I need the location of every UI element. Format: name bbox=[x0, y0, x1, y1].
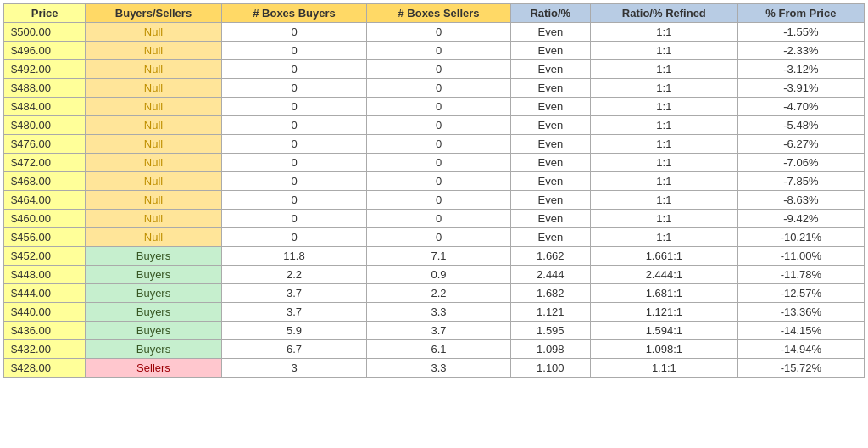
cell-ratio: Even bbox=[510, 116, 590, 135]
cell-ratio-refined: 1.098:1 bbox=[590, 340, 737, 359]
cell-buyers-sellers: Null bbox=[86, 154, 221, 172]
table-row: $432.00Buyers6.76.11.0981.098:1-14.94% bbox=[4, 340, 865, 359]
table-row: $448.00Buyers2.20.92.4442.444:1-11.78% bbox=[4, 266, 865, 284]
cell-from-price: -14.15% bbox=[737, 322, 864, 340]
cell-ratio: Even bbox=[510, 154, 590, 172]
cell-buyers-sellers: Buyers bbox=[86, 284, 221, 303]
cell-ratio-refined: 1:1 bbox=[590, 79, 737, 98]
header-ratio: Ratio/% bbox=[510, 4, 590, 23]
cell-ratio-refined: 1:1 bbox=[590, 60, 737, 79]
cell-from-price: -11.00% bbox=[737, 247, 864, 266]
cell-boxes-sellers: 0 bbox=[367, 135, 510, 154]
cell-price: $480.00 bbox=[4, 116, 86, 135]
cell-boxes-buyers: 2.2 bbox=[221, 266, 367, 284]
table-row: $480.00Null00Even1:1-5.48% bbox=[4, 116, 865, 135]
cell-boxes-buyers: 0 bbox=[221, 42, 367, 60]
cell-ratio: Even bbox=[510, 191, 590, 210]
cell-buyers-sellers: Null bbox=[86, 60, 221, 79]
cell-ratio-refined: 1:1 bbox=[590, 135, 737, 154]
cell-ratio-refined: 1.681:1 bbox=[590, 284, 737, 303]
cell-boxes-sellers: 0 bbox=[367, 23, 510, 42]
cell-buyers-sellers: Buyers bbox=[86, 340, 221, 359]
cell-from-price: -13.36% bbox=[737, 303, 864, 322]
cell-buyers-sellers: Null bbox=[86, 210, 221, 228]
cell-boxes-buyers: 6.7 bbox=[221, 340, 367, 359]
cell-boxes-buyers: 3.7 bbox=[221, 303, 367, 322]
cell-ratio-refined: 1:1 bbox=[590, 191, 737, 210]
cell-price: $456.00 bbox=[4, 228, 86, 247]
cell-ratio: Even bbox=[510, 228, 590, 247]
cell-boxes-buyers: 0 bbox=[221, 79, 367, 98]
cell-ratio: Even bbox=[510, 98, 590, 116]
table-row: $464.00Null00Even1:1-8.63% bbox=[4, 191, 865, 210]
cell-ratio-refined: 1:1 bbox=[590, 228, 737, 247]
header-buyers-sellers: Buyers/Sellers bbox=[86, 4, 221, 23]
cell-buyers-sellers: Null bbox=[86, 191, 221, 210]
cell-from-price: -12.57% bbox=[737, 284, 864, 303]
cell-boxes-buyers: 0 bbox=[221, 210, 367, 228]
header-boxes-sellers: # Boxes Sellers bbox=[367, 4, 510, 23]
cell-boxes-buyers: 0 bbox=[221, 60, 367, 79]
cell-ratio: Even bbox=[510, 23, 590, 42]
cell-price: $448.00 bbox=[4, 266, 86, 284]
cell-ratio: Even bbox=[510, 79, 590, 98]
cell-ratio-refined: 1:1 bbox=[590, 42, 737, 60]
cell-boxes-sellers: 6.1 bbox=[367, 340, 510, 359]
cell-boxes-buyers: 0 bbox=[221, 98, 367, 116]
header-row: Price Buyers/Sellers # Boxes Buyers # Bo… bbox=[4, 4, 865, 23]
cell-from-price: -9.42% bbox=[737, 210, 864, 228]
header-boxes-buyers: # Boxes Buyers bbox=[221, 4, 367, 23]
cell-buyers-sellers: Buyers bbox=[86, 266, 221, 284]
cell-price: $444.00 bbox=[4, 284, 86, 303]
cell-price: $472.00 bbox=[4, 154, 86, 172]
cell-from-price: -5.48% bbox=[737, 116, 864, 135]
cell-buyers-sellers: Buyers bbox=[86, 247, 221, 266]
cell-boxes-sellers: 0 bbox=[367, 191, 510, 210]
cell-price: $464.00 bbox=[4, 191, 86, 210]
cell-buyers-sellers: Null bbox=[86, 172, 221, 191]
cell-from-price: -6.27% bbox=[737, 135, 864, 154]
cell-ratio: 1.595 bbox=[510, 322, 590, 340]
cell-price: $432.00 bbox=[4, 340, 86, 359]
cell-buyers-sellers: Null bbox=[86, 98, 221, 116]
table-row: $496.00Null00Even1:1-2.33% bbox=[4, 42, 865, 60]
table-row: $488.00Null00Even1:1-3.91% bbox=[4, 79, 865, 98]
cell-buyers-sellers: Null bbox=[86, 23, 221, 42]
cell-boxes-sellers: 0 bbox=[367, 60, 510, 79]
cell-boxes-sellers: 0 bbox=[367, 116, 510, 135]
table-row: $456.00Null00Even1:1-10.21% bbox=[4, 228, 865, 247]
cell-price: $496.00 bbox=[4, 42, 86, 60]
cell-ratio-refined: 1.121:1 bbox=[590, 303, 737, 322]
cell-boxes-sellers: 0 bbox=[367, 172, 510, 191]
table-row: $428.00Sellers33.31.1001.1:1-15.72% bbox=[4, 359, 865, 378]
table-row: $476.00Null00Even1:1-6.27% bbox=[4, 135, 865, 154]
cell-price: $460.00 bbox=[4, 210, 86, 228]
cell-buyers-sellers: Null bbox=[86, 228, 221, 247]
cell-from-price: -7.85% bbox=[737, 172, 864, 191]
cell-boxes-sellers: 0 bbox=[367, 79, 510, 98]
cell-buyers-sellers: Buyers bbox=[86, 322, 221, 340]
cell-boxes-buyers: 0 bbox=[221, 228, 367, 247]
cell-price: $488.00 bbox=[4, 79, 86, 98]
cell-price: $500.00 bbox=[4, 23, 86, 42]
cell-price: $476.00 bbox=[4, 135, 86, 154]
cell-boxes-buyers: 0 bbox=[221, 116, 367, 135]
cell-from-price: -3.12% bbox=[737, 60, 864, 79]
cell-ratio: 1.098 bbox=[510, 340, 590, 359]
cell-boxes-buyers: 11.8 bbox=[221, 247, 367, 266]
cell-boxes-sellers: 0 bbox=[367, 228, 510, 247]
cell-boxes-sellers: 2.2 bbox=[367, 284, 510, 303]
table-row: $440.00Buyers3.73.31.1211.121:1-13.36% bbox=[4, 303, 865, 322]
cell-ratio: Even bbox=[510, 42, 590, 60]
table-row: $472.00Null00Even1:1-7.06% bbox=[4, 154, 865, 172]
cell-ratio: Even bbox=[510, 60, 590, 79]
cell-price: $428.00 bbox=[4, 359, 86, 378]
cell-boxes-sellers: 7.1 bbox=[367, 247, 510, 266]
cell-buyers-sellers: Null bbox=[86, 42, 221, 60]
cell-price: $436.00 bbox=[4, 322, 86, 340]
cell-boxes-buyers: 0 bbox=[221, 23, 367, 42]
cell-from-price: -14.94% bbox=[737, 340, 864, 359]
cell-price: $468.00 bbox=[4, 172, 86, 191]
table-row: $484.00Null00Even1:1-4.70% bbox=[4, 98, 865, 116]
cell-boxes-buyers: 0 bbox=[221, 154, 367, 172]
